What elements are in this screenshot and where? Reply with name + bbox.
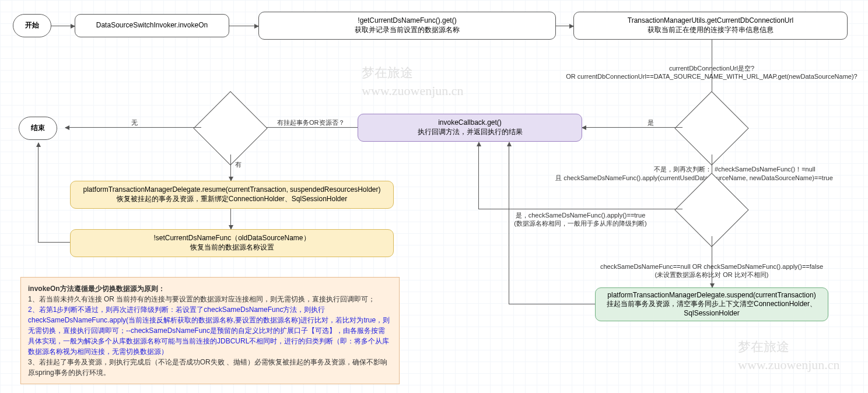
- arrow-resume-set: [230, 209, 231, 229]
- arrow-ion-getcurrent: [229, 26, 258, 26]
- node-resume: platformTransactionManagerDelegate.resum…: [70, 181, 394, 209]
- arrow-sus-h: [509, 304, 595, 304]
- arrow-set-v: [38, 143, 38, 243]
- label-d3-yes: 有: [235, 160, 242, 169]
- label-d2-left: 不是，则再次判断：: [531, 165, 712, 173]
- note-p2: 2、若第1步判断不通过，则再次进行降级判断：若设置了checkSameDsNam…: [28, 306, 390, 356]
- arrow-d3-resume: [230, 155, 231, 181]
- arrow-gc-tx: [556, 26, 573, 26]
- note-title: invokeOn方法遵循最少切换数据源为原则：: [28, 285, 165, 293]
- node-callback: invokeCallback.get() 执行回调方法，并返回执行的结果: [358, 114, 582, 142]
- arrow-sus-v: [509, 142, 509, 304]
- node-txutil: TransactionManagerUtils.getCurrentDbConn…: [573, 12, 848, 40]
- label-d2-right-a: #checkSameDsNameFunc()！=null: [715, 165, 860, 173]
- node-setcurrent: !setCurrentDsNameFunc（oldDataSourceName）…: [70, 229, 394, 257]
- note-box: invokeOn方法遵循最少切换数据源为原则： 1、若当前未持久有连接 OR 当…: [20, 277, 400, 384]
- label-d3-no: 无: [131, 118, 138, 127]
- node-invokeon: DataSourceSwitchInvoker.invokeOn: [75, 14, 229, 37]
- node-suspend: platformTransactionManagerDelegate.suspe…: [595, 287, 828, 321]
- label-d1-yes: 是: [648, 118, 654, 127]
- arrow-cb-d3: [260, 127, 358, 128]
- arrow-d3-end: [65, 127, 201, 128]
- node-start: 开始: [13, 14, 51, 37]
- label-cond1: currentDbConnectionUrl是空? OR currentDbCo…: [566, 64, 858, 81]
- arrow-d1-callback: [582, 127, 682, 128]
- label-d2-bline: 且 checkSameDsNameFunc().apply(currentUse…: [531, 174, 858, 182]
- note-p1: 1、若当前未持久有连接 OR 当前持有的连接与要设置的数据源对应连接相同，则无需…: [28, 295, 375, 303]
- node-getcurrent: !getCurrentDsNameFunc().get() 获取并记录当前设置的…: [258, 12, 556, 40]
- arrow-d2-suspend: [712, 236, 712, 287]
- arrow-start-invokeon: [51, 26, 75, 26]
- watermark-2: 梦在旅途 www.zuowenjun.cn: [738, 338, 840, 374]
- node-end: 结束: [19, 117, 57, 140]
- label-d2-no: checkSameDsNameFunc==null OR checkSameDs…: [583, 262, 840, 279]
- note-p3: 3、若挂起了事务及资源，则执行完成后（不论是否成功OR失败 、抛错）必需恢复被挂…: [28, 358, 387, 377]
- arrow-d2-left-v: [478, 142, 479, 209]
- label-cond3: 有挂起事务OR资源否？: [277, 118, 345, 127]
- watermark-1: 梦在旅途 www.zuowenjun.cn: [362, 64, 464, 100]
- arrow-set-h: [38, 242, 70, 243]
